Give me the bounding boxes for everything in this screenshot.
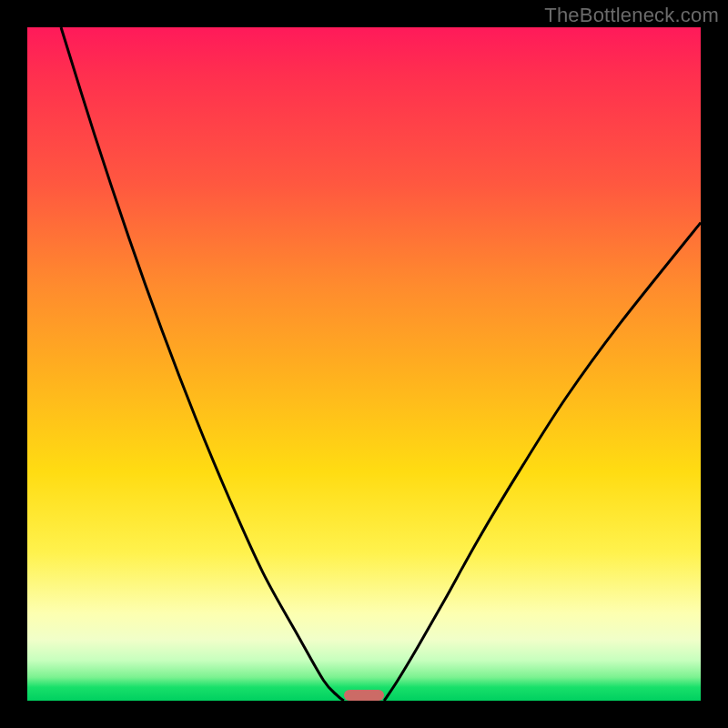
curve-layer [27,27,701,701]
chart-frame: TheBottleneck.com [0,0,728,728]
bottleneck-marker [344,690,384,701]
curve-left-branch [61,27,344,701]
curve-right-branch [384,223,701,701]
plot-area [27,27,701,701]
watermark-text: TheBottleneck.com [544,4,719,27]
